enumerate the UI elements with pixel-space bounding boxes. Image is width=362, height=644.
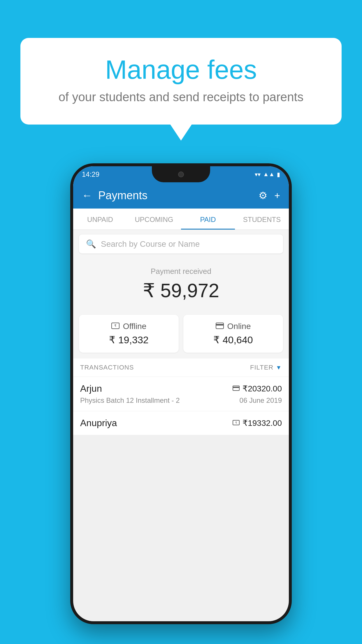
- transactions-header: TRANSACTIONS FILTER ▼: [73, 358, 289, 377]
- app-header: ← Payments ⚙ +: [73, 182, 289, 209]
- page-title: Payments: [98, 189, 253, 202]
- transaction-amount: ₹20320.00: [242, 384, 282, 393]
- wifi-icon: ▾▾: [255, 171, 261, 178]
- offline-card: ₹ Offline ₹ 19,332: [79, 315, 179, 353]
- camera: [178, 172, 184, 177]
- search-input[interactable]: Search by Course or Name: [101, 239, 200, 249]
- header-actions: ⚙ +: [259, 190, 280, 201]
- filter-label: FILTER: [250, 364, 273, 371]
- speech-bubble-subtext: of your students and send receipts to pa…: [44, 90, 318, 104]
- settings-button[interactable]: ⚙: [259, 190, 267, 201]
- phone-mockup: 14:29 ▾▾ ▲▲ ▮ ← Payments ⚙ +: [70, 163, 292, 624]
- svg-rect-3: [216, 324, 224, 326]
- speech-bubble: Manage fees of your students and send re…: [20, 38, 342, 125]
- transaction-date: 06 June 2019: [240, 396, 282, 405]
- online-label: Online: [227, 322, 251, 331]
- tab-bar: UNPAID UPCOMING PAID STUDENTS: [73, 209, 289, 230]
- transaction-row[interactable]: Arjun ₹20320.00 Physics: [73, 377, 289, 411]
- phone-notch: [152, 166, 210, 182]
- transaction-amount: ₹19332.00: [242, 418, 282, 428]
- amount-wrap: ₹ ₹19332.00: [233, 418, 282, 428]
- online-icon: [216, 322, 224, 331]
- tab-upcoming[interactable]: UPCOMING: [127, 209, 181, 230]
- svg-rect-5: [233, 387, 239, 388]
- status-icons: ▾▾ ▲▲ ▮: [255, 171, 280, 178]
- payment-received-section: Payment received ₹ 59,972: [73, 258, 289, 315]
- speech-bubble-heading: Manage fees: [44, 55, 318, 84]
- course-info: Physics Batch 12 Installment - 2: [80, 396, 180, 405]
- signal-icon: ▲▲: [263, 171, 275, 178]
- offline-payment-icon: ₹: [233, 419, 240, 427]
- online-card: Online ₹ 40,640: [183, 315, 283, 353]
- filter-icon: ▼: [276, 364, 282, 371]
- online-payment-icon: [233, 385, 240, 393]
- payment-received-amount: ₹ 59,972: [79, 279, 283, 302]
- payment-cards: ₹ Offline ₹ 19,332: [73, 315, 289, 358]
- battery-icon: ▮: [277, 171, 280, 178]
- svg-rect-4: [233, 386, 239, 391]
- online-amount: ₹ 40,640: [189, 334, 277, 346]
- student-name: Arjun: [80, 383, 102, 394]
- tab-unpaid[interactable]: UNPAID: [73, 209, 127, 230]
- search-container: 🔍 Search by Course or Name: [73, 230, 289, 258]
- amount-wrap: ₹20320.00: [233, 384, 282, 393]
- add-button[interactable]: +: [274, 190, 280, 201]
- svg-rect-2: [216, 323, 224, 329]
- search-bar[interactable]: 🔍 Search by Course or Name: [79, 235, 283, 253]
- offline-amount: ₹ 19,332: [85, 334, 173, 346]
- tab-students[interactable]: STUDENTS: [235, 209, 289, 230]
- offline-label: Offline: [123, 322, 146, 331]
- svg-text:₹: ₹: [114, 324, 117, 328]
- offline-icon: ₹: [111, 322, 120, 331]
- status-time: 14:29: [82, 170, 99, 178]
- tab-paid[interactable]: PAID: [181, 209, 235, 230]
- search-icon: 🔍: [86, 239, 96, 249]
- payment-received-label: Payment received: [79, 267, 283, 276]
- back-button[interactable]: ←: [82, 189, 92, 202]
- filter-button[interactable]: FILTER ▼: [250, 364, 282, 371]
- student-name: Anupriya: [80, 418, 117, 428]
- transaction-row-partial[interactable]: Anupriya ₹ ₹19332.00: [73, 411, 289, 435]
- transactions-label: TRANSACTIONS: [80, 364, 134, 371]
- svg-text:₹: ₹: [235, 421, 237, 424]
